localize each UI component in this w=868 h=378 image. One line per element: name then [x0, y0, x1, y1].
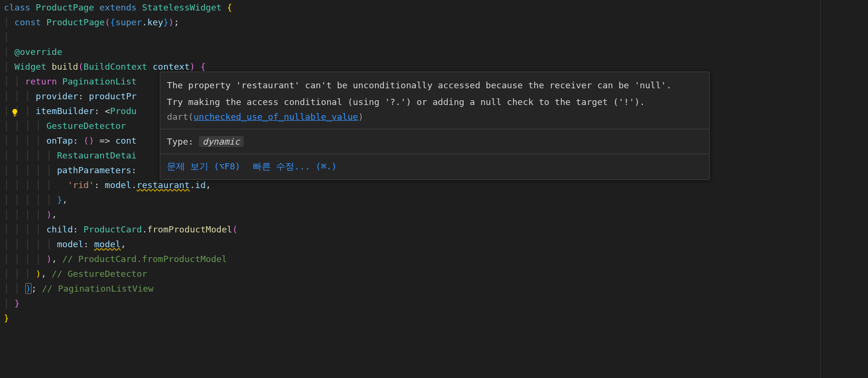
- class-name: PaginationList: [62, 76, 137, 86]
- named-param: model: [57, 239, 83, 249]
- code-line[interactable]: │ const ProductPage({super.key});: [0, 15, 868, 30]
- tooltip-message: The property 'restaurant' can't be uncon…: [167, 77, 703, 94]
- type: Widget: [14, 62, 46, 72]
- code-line[interactable]: │ }: [0, 296, 868, 311]
- error-message: The property 'restaurant' can't be uncon…: [167, 80, 672, 90]
- type-badge: dynamic: [199, 136, 244, 147]
- code-line[interactable]: │ │ │ ), // GestureDetector: [0, 266, 868, 281]
- keyword: extends: [100, 2, 137, 12]
- class-name: GestureDetector: [46, 121, 126, 131]
- code-line[interactable]: │ @override: [0, 44, 868, 59]
- tooltip-actions: 문제 보기 (⌥F8)빠른 수정... (⌘.): [167, 158, 703, 175]
- named-param: onTap: [46, 136, 73, 146]
- string: 'rid': [68, 180, 94, 190]
- keyword: const: [14, 17, 41, 27]
- value: cont: [115, 136, 137, 146]
- named-param: child: [46, 224, 73, 234]
- comment: // ProductCard.fromProductModel: [62, 254, 227, 264]
- code-line[interactable]: │ │ │ │ child: ProductCard.fromProductMo…: [0, 222, 868, 237]
- quick-fix-action[interactable]: 빠른 수정... (⌘.): [253, 161, 337, 171]
- code-line[interactable]: │: [0, 30, 868, 44]
- param: key: [147, 17, 163, 27]
- brace: {: [227, 2, 232, 12]
- named-param: itemBuilder: [36, 106, 94, 116]
- tooltip-divider: [160, 154, 709, 154]
- property-error[interactable]: restaurant: [137, 180, 190, 190]
- code-line[interactable]: class ProductPage extends StatelessWidge…: [0, 0, 868, 15]
- class-name: StatelessWidget: [142, 2, 222, 12]
- code-line[interactable]: │ │ │ │ ),: [0, 207, 868, 222]
- tooltip-message: Try making the access conditional (using…: [167, 94, 703, 125]
- type: BuildContext: [83, 62, 147, 72]
- method: build: [52, 62, 78, 72]
- value-error[interactable]: model: [94, 239, 121, 249]
- minimap[interactable]: [820, 0, 868, 378]
- type-label: Type:: [167, 136, 199, 147]
- code-line[interactable]: │ │ ); // PaginationListView: [0, 281, 868, 296]
- keyword: super: [115, 17, 142, 27]
- class-name: ProductPage: [36, 2, 94, 12]
- view-problem-action[interactable]: 문제 보기 (⌥F8): [167, 161, 240, 171]
- method: fromProductModel: [147, 224, 232, 234]
- diagnostic-link[interactable]: unchecked_use_of_nullable_value: [194, 112, 358, 122]
- param: context: [153, 62, 190, 72]
- tooltip-divider: [160, 129, 709, 129]
- named-param: pathParameters: [57, 165, 131, 175]
- code-line[interactable]: │ │ │ │ ), // ProductCard.fromProductMod…: [0, 252, 868, 266]
- tooltip-type: Type: dynamic: [167, 133, 703, 150]
- code-line[interactable]: │ │ │ │ │ model: model,: [0, 237, 868, 252]
- dart-label: dart: [167, 112, 188, 122]
- comment: // GestureDetector: [52, 269, 147, 279]
- code-line[interactable]: }: [0, 311, 868, 326]
- hover-tooltip: The property 'restaurant' can't be uncon…: [160, 72, 710, 180]
- class-name: RestaurantDetai: [57, 150, 136, 160]
- class-name: ProductCard: [83, 224, 142, 234]
- type: Produ: [110, 106, 137, 116]
- annotation: @override: [14, 47, 62, 57]
- value: productPr: [89, 91, 136, 101]
- constructor: ProductPage: [46, 17, 105, 27]
- keyword: class: [4, 2, 31, 12]
- value: model: [105, 180, 132, 190]
- lightbulb-icon[interactable]: [10, 106, 19, 115]
- keyword: return: [25, 76, 57, 86]
- named-param: provider: [36, 91, 78, 101]
- property: id: [195, 180, 206, 190]
- error-suggestion: Try making the access conditional (using…: [167, 97, 645, 107]
- comment: // PaginationListView: [42, 284, 154, 294]
- code-line[interactable]: │ │ │ │ │ },: [0, 192, 868, 207]
